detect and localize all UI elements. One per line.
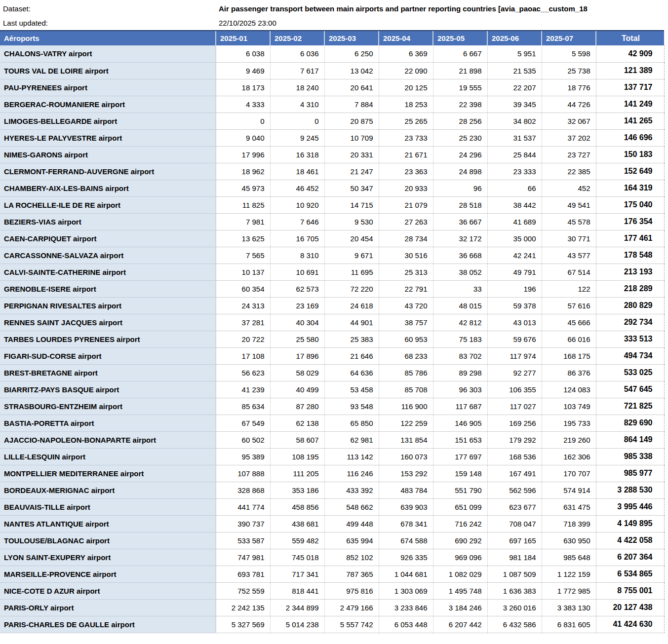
month-value-cell: 24 313	[216, 297, 270, 314]
month-value-cell: 10 920	[270, 196, 324, 213]
month-value-cell: 17 896	[270, 347, 324, 364]
month-value-cell: 25 580	[270, 331, 324, 347]
month-value-cell: 60 953	[379, 331, 433, 347]
table-row: STRASBOURG-ENTZHEIM airport85 63487 2809…	[0, 398, 664, 415]
month-value-cell: 13 625	[216, 230, 270, 247]
month-value-cell: 969 096	[433, 549, 487, 566]
month-value-cell: 9 245	[270, 129, 324, 146]
airport-name-cell: NANTES ATLANTIQUE airport	[0, 515, 216, 532]
month-value-cell: 1 044 681	[379, 566, 433, 582]
month-value-cell: 9 530	[324, 213, 379, 230]
table-row: BEAUVAIS-TILLE airport441 774458 856548 …	[0, 498, 664, 515]
month-value-cell: 89 298	[433, 364, 487, 381]
month-value-cell: 23 727	[542, 146, 596, 163]
total-value-cell: 280 829	[596, 297, 664, 314]
month-value-cell: 117 687	[433, 398, 487, 415]
total-value-cell: 137 717	[596, 79, 664, 96]
month-value-cell: 117 027	[487, 398, 542, 415]
month-value-cell: 3 184 246	[433, 599, 487, 616]
airport-name-cell: TARBES LOURDES PYRENEES airport	[0, 331, 216, 347]
month-value-cell: 18 253	[379, 96, 433, 113]
table-row: LIMOGES-BELLEGARDE airport0020 87525 265…	[0, 113, 664, 129]
month-value-cell: 124 083	[542, 381, 596, 398]
month-value-cell: 639 903	[379, 498, 433, 515]
table-row: CLERMONT-FERRAND-AUVERGNE airport18 9621…	[0, 163, 664, 180]
airport-name-cell: PARIS-CHARLES DE GAULLE airport	[0, 616, 216, 633]
table-row: NANTES ATLANTIQUE airport390 737438 6814…	[0, 515, 664, 532]
month-value-cell: 18 776	[542, 79, 596, 96]
month-value-cell: 353 186	[270, 482, 324, 498]
month-value-cell: 559 482	[270, 532, 324, 549]
month-value-cell: 219 260	[542, 431, 596, 448]
total-value-cell: 178 548	[596, 247, 664, 264]
total-value-cell: 177 461	[596, 230, 664, 247]
table-row: BREST-BRETAGNE airport56 62358 02964 636…	[0, 364, 664, 381]
column-header-2025-07: 2025-07	[542, 31, 596, 45]
month-value-cell: 68 233	[379, 347, 433, 364]
month-value-cell: 24 618	[324, 297, 379, 314]
month-value-cell: 48 015	[433, 297, 487, 314]
month-value-cell: 40 499	[270, 381, 324, 398]
total-value-cell: 721 825	[596, 398, 664, 415]
month-value-cell: 62 573	[270, 280, 324, 297]
month-value-cell: 85 786	[379, 364, 433, 381]
month-value-cell: 21 247	[324, 163, 379, 180]
month-value-cell: 168 175	[542, 347, 596, 364]
month-value-cell: 9 671	[324, 247, 379, 264]
month-value-cell: 10 137	[216, 264, 270, 280]
month-value-cell: 390 737	[216, 515, 270, 532]
month-value-cell: 117 974	[487, 347, 542, 364]
month-value-cell: 623 677	[487, 498, 542, 515]
month-value-cell: 67 549	[216, 415, 270, 431]
table-row: PERPIGNAN RIVESALTES airport24 31323 169…	[0, 297, 664, 314]
month-value-cell: 33	[433, 280, 487, 297]
month-value-cell: 42 241	[487, 247, 542, 264]
total-value-cell: 175 040	[596, 196, 664, 213]
month-value-cell: 708 047	[487, 515, 542, 532]
month-value-cell: 25 265	[379, 113, 433, 129]
month-value-cell: 5 557 742	[324, 616, 379, 633]
airport-name-cell: TOULOUSE/BLAGNAC airport	[0, 532, 216, 549]
month-value-cell: 483 784	[379, 482, 433, 498]
data-table: Aéroports 2025-01 2025-02 2025-03 2025-0…	[0, 30, 665, 633]
airport-name-cell: LA ROCHELLE-ILE DE RE airport	[0, 196, 216, 213]
table-row: TOURS VAL DE LOIRE airport9 4697 61713 0…	[0, 62, 664, 79]
month-value-cell: 328 868	[216, 482, 270, 498]
total-value-cell: 985 977	[596, 465, 664, 482]
airport-name-cell: PARIS-ORLY airport	[0, 599, 216, 616]
table-row: BERGERAC-ROUMANIERE airport4 3334 3107 8…	[0, 96, 664, 113]
month-value-cell: 38 052	[433, 264, 487, 280]
table-row: MARSEILLE-PROVENCE airport693 781717 341…	[0, 566, 664, 582]
month-value-cell: 7 565	[216, 247, 270, 264]
table-row: FIGARI-SUD-CORSE airport17 10817 89621 6…	[0, 347, 664, 364]
column-header-2025-06: 2025-06	[487, 31, 542, 45]
airport-name-cell: PERPIGNAN RIVESALTES airport	[0, 297, 216, 314]
month-value-cell: 32 172	[433, 230, 487, 247]
month-value-cell: 6 831 605	[542, 616, 596, 633]
month-value-cell: 85 708	[379, 381, 433, 398]
table-row: LYON SAINT-EXUPERY airport747 981745 018…	[0, 549, 664, 566]
month-value-cell: 9 469	[216, 62, 270, 79]
month-value-cell: 93 548	[324, 398, 379, 415]
month-value-cell: 22 385	[542, 163, 596, 180]
month-value-cell: 19 555	[433, 79, 487, 96]
month-value-cell: 16 705	[270, 230, 324, 247]
month-value-cell: 0	[216, 113, 270, 129]
month-value-cell: 13 042	[324, 62, 379, 79]
total-value-cell: 6 207 364	[596, 549, 664, 566]
month-value-cell: 72 220	[324, 280, 379, 297]
total-value-cell: 218 289	[596, 280, 664, 297]
month-value-cell: 635 994	[324, 532, 379, 549]
total-value-cell: 150 183	[596, 146, 664, 163]
total-value-cell: 533 025	[596, 364, 664, 381]
airport-name-cell: CHAMBERY-AIX-LES-BAINS airport	[0, 180, 216, 196]
month-value-cell: 159 148	[433, 465, 487, 482]
total-value-cell: 141 265	[596, 113, 664, 129]
month-value-cell: 60 502	[216, 431, 270, 448]
month-value-cell: 651 099	[433, 498, 487, 515]
airport-name-cell: CLERMONT-FERRAND-AUVERGNE airport	[0, 163, 216, 180]
table-row: BEZIERS-VIAS airport7 9817 6469 53027 26…	[0, 213, 664, 230]
airport-name-cell: LYON SAINT-EXUPERY airport	[0, 549, 216, 566]
month-value-cell: 562 596	[487, 482, 542, 498]
airport-name-cell: MARSEILLE-PROVENCE airport	[0, 566, 216, 582]
